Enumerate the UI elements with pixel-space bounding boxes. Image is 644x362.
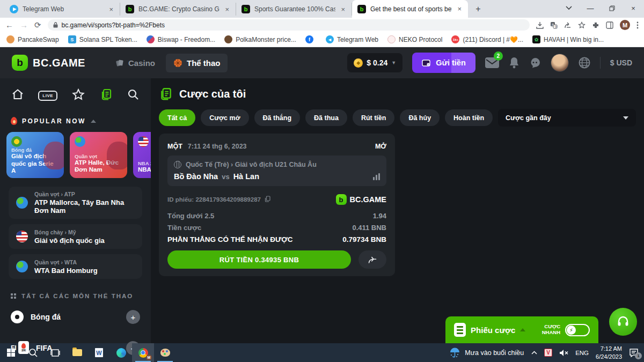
bookmark-facebook[interactable]: f [305,35,317,43]
filter-lost[interactable]: Đã thua [305,109,347,126]
bookmark-neko[interactable]: NEKO Protocol [387,35,442,43]
support-button[interactable] [609,308,637,336]
sort-dropdown[interactable]: Cược gần đây [498,109,636,127]
tab-close-icon[interactable]: × [340,5,346,13]
filter-cancelled[interactable]: Đã hủy [400,109,440,126]
tab-close-icon[interactable]: × [224,5,230,13]
minimize-button[interactable]: — [580,0,601,16]
bookmark-star-icon[interactable] [578,21,586,29]
menu-dots-icon[interactable] [636,21,639,29]
tab-close-icon[interactable]: × [456,5,463,13]
notifications-button[interactable] [509,57,519,69]
globe-flag-icon [75,136,85,147]
stats-icon[interactable] [373,173,380,180]
paint-button[interactable] [154,343,176,362]
bookmark-solana[interactable]: S Solana SPL Token... [68,35,137,43]
taskbar-search[interactable] [22,343,44,362]
cards-icon [115,58,124,67]
popular-card-atp-halle[interactable]: Quần vợt ATP Halle, Đức Đơn Nam [70,132,127,178]
language-button[interactable] [579,57,590,69]
bookmark-pancakeswap[interactable]: PancakeSwap [6,35,59,43]
filter-refund[interactable]: Hoàn tiền [445,109,493,126]
chat-button[interactable] [529,57,541,68]
home-icon[interactable] [12,89,24,102]
forward-button[interactable]: → [20,20,28,29]
currency-display[interactable]: $ USD [610,58,632,67]
task-view-button[interactable] [44,343,66,362]
language-indicator[interactable]: ENG [575,350,589,356]
weather-widget[interactable]: Mưa vào buổi chiều [449,348,524,358]
sport-football[interactable]: Bóng đá + [0,304,151,330]
expand-plus-button[interactable]: + [126,310,140,324]
reload-button[interactable]: ⟳ [34,20,41,30]
tray-app-icon[interactable]: V [544,349,552,357]
popular-card-nba[interactable]: NBA 2 NBA [133,132,151,178]
tab-telegram[interactable]: Telegram Web × [4,3,120,16]
translate-icon[interactable]: a文 [550,21,558,29]
edge-button[interactable] [110,343,132,362]
extensions-icon[interactable] [592,21,599,29]
user-avatar[interactable] [551,54,569,72]
bookmark-discord[interactable]: 1k+ (211) Discord | #🧡... [451,35,523,43]
bookmark-telegram[interactable]: ◄ Telegram Web [326,35,378,43]
action-center-button[interactable]: 1 [629,348,639,357]
tab-close-icon[interactable]: × [108,5,114,13]
balance-selector[interactable]: ◆ $ 0.24 ▼ [347,53,402,72]
share-icon[interactable] [564,21,572,29]
tab-search-icon[interactable] [558,0,580,16]
restore-button[interactable] [601,0,623,16]
address-bar[interactable]: bc.game/vi/sports?bt-path=%2Fbets [48,19,530,31]
popular-now-header[interactable]: POPULAR NOW [0,117,151,125]
search-icon[interactable] [127,88,139,102]
tab-sports-betting-active[interactable]: b Get the best out of sports betting × [352,0,468,18]
start-button[interactable] [0,343,22,362]
filter-open[interactable]: Cược mở [201,109,248,126]
event-atp-mallorca[interactable]: Quần vợt › ATP ATP Mallorca, Tây Ban Nha… [9,187,142,219]
tab-sports-guarantee[interactable]: b Sports Guarantee 100% Cashback × [236,3,352,16]
taskbar-clock[interactable]: 7:12 AM 6/24/2023 [596,345,622,360]
live-icon[interactable]: LIVE [38,91,57,101]
bcgame-logo-icon: b [12,55,28,71]
file-explorer-button[interactable] [66,343,88,362]
filter-cashout[interactable]: Rút tiền [353,109,395,126]
bookmark-havah[interactable]: ✿ HAVAH | Win big in... [532,35,604,43]
deposit-button[interactable]: + Gửi tiền [412,53,475,73]
close-button[interactable]: × [623,0,644,16]
new-tab-button[interactable]: + [471,2,485,16]
save-offline-icon[interactable] [536,21,544,29]
edge-icon [116,348,126,358]
side-panel-icon[interactable] [606,21,613,29]
filter-won[interactable]: Đã thắng [254,109,300,126]
tray-expand-icon[interactable] [531,351,537,354]
popular-card-serie-a[interactable]: Bóng đá Giải vô địch quốc gia Serie A [6,132,64,178]
svg-text:文: 文 [554,25,558,28]
favorites-star-icon[interactable] [72,88,85,103]
bookmark-polkamonster[interactable]: PolkaMonster price... [224,35,296,43]
nav-sports[interactable]: Thể thao [166,54,228,72]
bcgame-logo[interactable]: b BC.GAME [12,55,85,71]
volume-muted-icon[interactable] [559,349,568,357]
bcgame-watermark: b BC.GAME [336,194,386,205]
event-mlb[interactable]: Bóng chày › Mỹ Giải vô địch quốc gia [9,224,142,249]
match-panel[interactable]: Quốc Tế (Trẻ) › Giải vô địch U21 Châu Âu… [167,156,386,186]
profile-avatar[interactable]: M [620,20,630,30]
copy-icon[interactable] [265,195,270,204]
app-body: LIVE POPULAR NOW Bóng đá Giải vô địch qu… [0,78,644,343]
notification-badge: 1 [635,352,642,359]
filter-all[interactable]: Tất cả [159,109,195,126]
messages-button[interactable]: 2 [485,57,499,68]
cashout-button[interactable]: RÚT TIỀN 0.34935 BNB [167,250,351,269]
event-wta-bad-homburg[interactable]: Quần vợt › WTA WTA Bad Homburg [9,254,142,279]
tab-bcgame-casino[interactable]: b BC.GAME: Crypto Casino Games × [120,3,236,16]
share-bet-button[interactable] [358,250,386,269]
quick-bet-toggle[interactable]: ⚡ [565,324,590,336]
url-text: bc.game/vi/sports?bt-path=%2Fbets [62,21,165,29]
coin-icon: ◆ [354,58,363,68]
word-button[interactable]: W [88,343,110,362]
back-button[interactable]: ← [5,20,13,29]
betslip-bar[interactable]: Phiếu cược CƯỢC NHANH ⚡ [445,316,598,343]
my-bets-icon[interactable] [100,88,113,103]
chrome-button-active[interactable]: M [132,343,154,362]
nav-casino[interactable]: Casino [108,54,163,72]
bookmark-biswap[interactable]: Biswap - Freedom... [147,35,215,43]
